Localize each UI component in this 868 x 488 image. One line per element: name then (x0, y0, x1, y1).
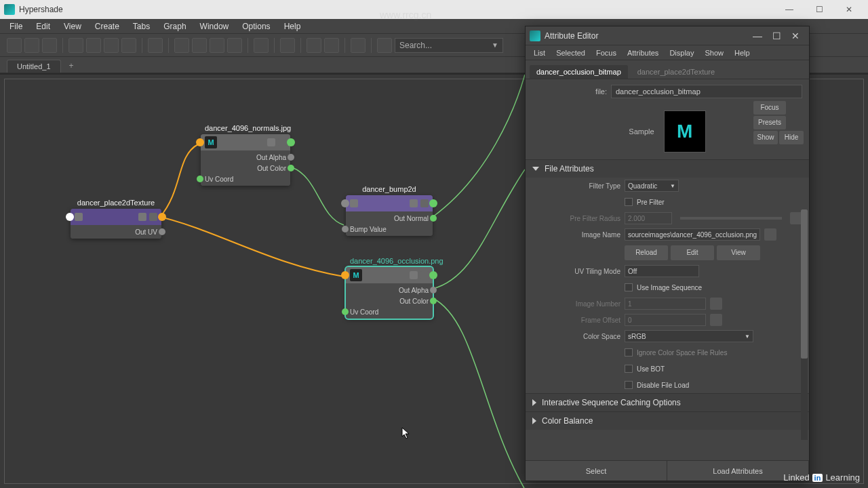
node-head-port-out[interactable] (429, 271, 437, 279)
node-menu-icon[interactable] (138, 213, 146, 221)
menu-view[interactable]: View (57, 20, 88, 33)
ae-scrollbar-thumb[interactable] (801, 209, 808, 359)
node-head-port-in[interactable] (196, 138, 204, 146)
ae-maximize-button[interactable]: ☐ (767, 30, 786, 41)
ae-focus-button[interactable]: Focus (753, 101, 786, 115)
ae-close-button[interactable]: ✕ (786, 30, 805, 41)
tool-input-output-icon[interactable] (7, 38, 22, 53)
graph-tab-new[interactable]: + (64, 59, 79, 73)
node-head-port-out[interactable] (429, 199, 437, 207)
port-out-alpha[interactable] (288, 154, 294, 161)
ae-show-button[interactable]: Show (753, 131, 778, 144)
node-head-port-in[interactable] (66, 213, 74, 221)
tool-layout3-icon[interactable] (210, 38, 224, 53)
node-menu-icon[interactable] (410, 271, 418, 279)
port-out-uv[interactable] (159, 228, 165, 235)
view-button[interactable]: View (717, 245, 760, 260)
edit-button[interactable]: Edit (671, 245, 714, 260)
node-occlusion-file[interactable]: dancer_4096_occlusion.png M Out Alpha Ou… (346, 267, 433, 319)
node-head-port-out[interactable] (158, 213, 166, 221)
use-bot-checkbox[interactable] (625, 365, 633, 373)
menu-options[interactable]: Options (235, 20, 277, 33)
tool-remove-icon[interactable] (86, 38, 101, 53)
ae-presets-button[interactable]: Presets (753, 116, 786, 129)
tool-layout4-icon[interactable] (227, 38, 242, 53)
reload-button[interactable]: Reload (625, 245, 668, 260)
tool-zoom-icon[interactable] (254, 38, 269, 53)
tool-split-icon[interactable] (351, 38, 366, 53)
disable-file-load-checkbox[interactable] (625, 381, 633, 389)
port-out-alpha[interactable] (430, 287, 437, 293)
menu-help[interactable]: Help (277, 20, 308, 33)
tool-output-icon[interactable] (42, 38, 57, 53)
ae-file-field[interactable] (611, 85, 802, 98)
port-out-color[interactable] (288, 165, 294, 171)
tool-rearrange-icon[interactable] (104, 38, 119, 53)
node-normals-file[interactable]: dancer_4096_normals.jpg M Out Alpha Out … (201, 134, 290, 186)
tool-frame-icon[interactable] (280, 38, 295, 53)
uv-tiling-select[interactable]: Off (625, 265, 699, 277)
ae-menu-display[interactable]: Display (664, 47, 699, 58)
ae-menu-help[interactable]: Help (729, 47, 755, 58)
ignore-colorspace-checkbox[interactable] (625, 348, 633, 357)
tool-grid-icon[interactable] (307, 38, 321, 53)
filter-type-select[interactable]: Quadratic ▼ (625, 180, 679, 192)
frame-offset-map-icon[interactable] (710, 314, 722, 326)
toolbar-search[interactable]: Search... ▼ (395, 38, 503, 53)
node-head-port-in[interactable] (341, 199, 349, 207)
window-maximize-button[interactable]: ☐ (804, 2, 834, 17)
ae-minimize-button[interactable]: — (748, 30, 767, 41)
tool-layout2-icon[interactable] (192, 38, 207, 53)
ae-hide-button[interactable]: Hide (779, 131, 804, 144)
graph-tab-active[interactable]: Untitled_1 (7, 60, 61, 73)
node-options-icon[interactable] (420, 271, 429, 279)
pre-filter-radius-slider[interactable] (680, 217, 782, 220)
window-minimize-button[interactable]: — (774, 2, 804, 17)
node-head-port-in[interactable] (341, 271, 349, 279)
tool-layout1-icon[interactable] (174, 38, 189, 53)
node-place2dtexture[interactable]: dancer_place2dTexture Out UV (71, 209, 161, 239)
image-name-browse-icon[interactable] (764, 228, 776, 241)
frame-offset-field[interactable] (625, 314, 706, 326)
ae-tab-place2d[interactable]: dancer_place2dTexture (631, 65, 722, 79)
ae-menu-attributes[interactable]: Attributes (622, 47, 664, 58)
node-options-icon[interactable] (278, 138, 286, 146)
port-out-color[interactable] (430, 298, 437, 304)
image-name-field[interactable] (625, 228, 760, 241)
tool-add-icon[interactable] (68, 38, 83, 53)
attribute-editor-panel[interactable]: Attribute Editor — ☐ ✕ List Selected Foc… (525, 26, 810, 481)
ae-section-header[interactable]: Interactive Sequence Caching Options (526, 394, 809, 411)
menu-create[interactable]: Create (88, 20, 126, 33)
node-options-icon[interactable] (420, 199, 429, 207)
menu-graph[interactable]: Graph (157, 20, 193, 33)
image-number-field[interactable] (625, 298, 706, 310)
ae-menu-list[interactable]: List (528, 47, 551, 58)
tool-sync-icon[interactable] (377, 38, 392, 53)
menu-file[interactable]: File (3, 20, 29, 33)
menu-edit[interactable]: Edit (29, 20, 57, 33)
ae-tab-occlusion[interactable]: dancer_occlusion_bitmap (530, 65, 628, 79)
tool-input-icon[interactable] (24, 38, 39, 53)
tool-clear-icon[interactable] (121, 38, 136, 53)
node-options-icon[interactable] (149, 213, 157, 221)
node-menu-icon[interactable] (267, 138, 275, 146)
port-in-bumpvalue[interactable] (342, 226, 349, 232)
tool-expand-icon[interactable] (148, 38, 163, 53)
ae-section-header[interactable]: File Attributes (526, 160, 809, 178)
image-number-map-icon[interactable] (710, 298, 722, 310)
ae-menu-show[interactable]: Show (699, 47, 729, 58)
tool-snap-icon[interactable] (324, 38, 339, 53)
node-head-port-out[interactable] (287, 138, 295, 146)
node-bump2d[interactable]: dancer_bump2d Out Normal Bump Value (346, 195, 433, 236)
ae-scrollbar[interactable] (801, 209, 808, 440)
use-image-sequence-checkbox[interactable] (625, 283, 633, 291)
node-menu-icon[interactable] (410, 199, 418, 207)
pre-filter-checkbox[interactable] (625, 198, 633, 206)
menu-window[interactable]: Window (193, 20, 236, 33)
port-out-normal[interactable] (430, 215, 437, 222)
ae-menu-focus[interactable]: Focus (591, 47, 622, 58)
menu-tabs[interactable]: Tabs (126, 20, 157, 33)
color-space-select[interactable]: sRGB ▼ (625, 330, 753, 342)
ae-section-header[interactable]: Color Balance (526, 412, 809, 430)
port-in-uvcoord[interactable] (342, 308, 349, 315)
